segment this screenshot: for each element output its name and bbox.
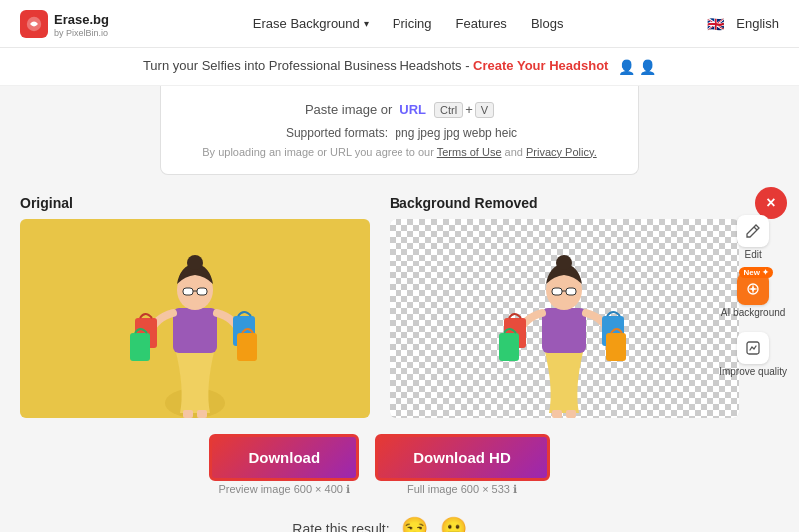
svg-rect-11 [237, 333, 257, 361]
logo-text: Erase.bg [54, 12, 109, 27]
logo-sub: by PixelBin.io [54, 28, 109, 38]
quality-icon-box [737, 332, 769, 364]
download-button[interactable]: Download [209, 434, 359, 481]
ai-bg-label: AI background [721, 307, 786, 318]
removed-label: Background Removed [390, 195, 739, 211]
sidebar-tools: Edit New ✦ AI background Improve quality [719, 215, 787, 377]
formats-row: Supported formats: png jpeg jpg webp hei… [181, 126, 618, 140]
removed-panel: Background Removed [390, 195, 739, 418]
removed-image-box [390, 219, 739, 418]
neutral-rating-button[interactable]: 😐 [440, 516, 467, 532]
chevron-down-icon: ▾ [364, 18, 369, 29]
nav-right: 🇬🇧 English [707, 16, 779, 32]
terms-row: By uploading an image or URL you agree t… [181, 146, 618, 158]
ai-background-tool[interactable]: New ✦ AI background [721, 273, 786, 318]
svg-rect-5 [183, 288, 193, 295]
paste-label: Paste image or [305, 102, 392, 117]
logo-icon [20, 10, 48, 38]
banner-icons: 👤 👤 [618, 59, 656, 75]
original-panel: Original [20, 195, 370, 418]
person-icon-1: 👤 [618, 59, 635, 75]
svg-rect-18 [566, 288, 576, 295]
terms-and: and [505, 146, 523, 158]
logo[interactable]: Erase.bg by PixelBin.io [20, 10, 109, 38]
edit-label: Edit [744, 249, 761, 260]
pencil-icon [745, 223, 761, 239]
svg-point-4 [187, 255, 203, 270]
svg-rect-17 [552, 288, 562, 295]
edit-tool[interactable]: Edit [737, 215, 769, 260]
paste-row: Paste image or URL Ctrl + V [181, 102, 618, 118]
bad-rating-button[interactable]: 😒 [401, 516, 428, 532]
main-content: × Original [0, 179, 799, 532]
svg-rect-12 [183, 410, 193, 418]
ai-sparkle-icon [745, 281, 761, 297]
download-col: Download Preview image 600 × 400 ℹ [209, 434, 359, 496]
headshot-link[interactable]: Create Your Headshot [473, 58, 608, 73]
main-nav: Erase Background ▾ Pricing Features Blog… [253, 16, 564, 31]
preview-info: Preview image 600 × 400 ℹ [219, 483, 351, 496]
navbar: Erase.bg by PixelBin.io Erase Background… [0, 0, 799, 48]
images-row: Original [20, 195, 739, 418]
new-badge: New ✦ [739, 267, 773, 278]
svg-rect-9 [130, 333, 150, 361]
svg-rect-13 [197, 410, 207, 418]
download-hd-button[interactable]: Download HD [375, 434, 550, 481]
language-label[interactable]: English [736, 16, 779, 31]
download-hd-col: Download HD Full image 600 × 533 ℹ [375, 434, 550, 496]
removed-woman-svg [390, 219, 739, 418]
edit-icon-box [737, 215, 769, 247]
quality-label: Improve quality [719, 366, 787, 377]
formats-label: Supported formats: [286, 126, 388, 140]
svg-rect-25 [566, 410, 576, 418]
nav-features[interactable]: Features [456, 16, 507, 31]
ctrl-key: Ctrl [434, 102, 463, 118]
rate-label: Rate this result: [292, 521, 389, 532]
keyboard-shortcut: Ctrl + V [434, 102, 494, 118]
original-image-box [20, 219, 370, 418]
privacy-link[interactable]: Privacy Policy. [526, 146, 597, 158]
rating-row: Rate this result: 😒 😐 [20, 516, 739, 532]
original-label: Original [20, 195, 370, 211]
formats-list: png jpeg jpg webp heic [395, 126, 517, 140]
person-icon-2: 👤 [639, 59, 656, 75]
nav-erase-background[interactable]: Erase Background ▾ [253, 16, 369, 31]
svg-rect-23 [606, 333, 626, 361]
banner-text: Turn your Selfies into Professional Busi… [143, 58, 470, 73]
plus-symbol: + [465, 102, 473, 117]
svg-rect-2 [173, 308, 217, 353]
terms-link[interactable]: Terms of Use [437, 146, 502, 158]
flag-icon: 🇬🇧 [707, 16, 724, 32]
promo-banner: Turn your Selfies into Professional Busi… [0, 48, 799, 86]
svg-point-16 [556, 255, 572, 270]
terms-text: By uploading an image or URL you agree t… [202, 146, 434, 158]
nav-blogs[interactable]: Blogs [531, 16, 564, 31]
full-info: Full image 600 × 533 ℹ [407, 483, 517, 496]
download-row: Download Preview image 600 × 400 ℹ Downl… [20, 434, 739, 496]
improve-quality-tool[interactable]: Improve quality [719, 332, 787, 377]
svg-rect-24 [552, 410, 562, 418]
upload-section: Paste image or URL Ctrl + V Supported fo… [160, 86, 639, 175]
ai-bg-icon-box: New ✦ [737, 273, 769, 305]
svg-line-26 [754, 227, 757, 230]
svg-rect-14 [542, 308, 586, 353]
original-woman-svg [20, 219, 370, 418]
nav-pricing[interactable]: Pricing [393, 16, 432, 31]
svg-rect-6 [197, 288, 207, 295]
v-key: V [475, 102, 494, 118]
svg-rect-21 [499, 333, 519, 361]
url-link[interactable]: URL [400, 102, 426, 117]
improve-icon [745, 340, 761, 356]
